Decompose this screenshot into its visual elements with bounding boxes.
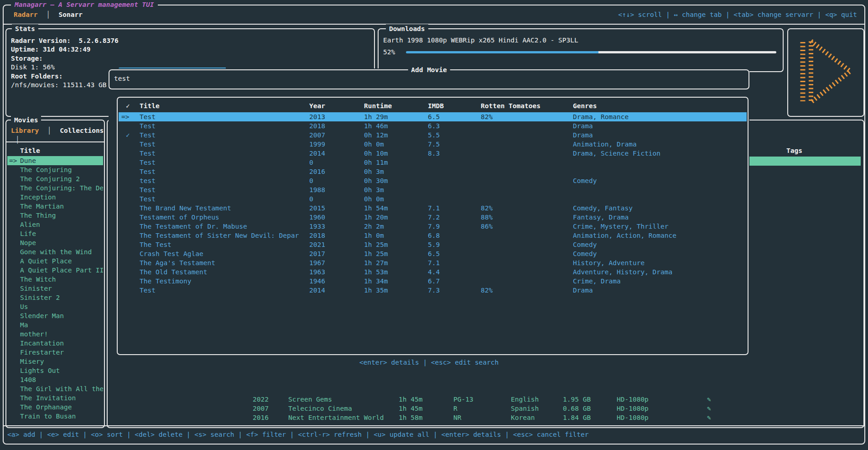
movie-title: Slender Man (20, 312, 64, 319)
detail-year: 2022 (253, 395, 269, 404)
search-result-row[interactable]: The Testament of Sister New Devil: Depar… (119, 231, 747, 240)
detail-language: Spanish (511, 404, 539, 413)
result-rotten-tomatoes: 82% (481, 204, 573, 213)
movie-list-item[interactable]: The Orphanage (7, 403, 103, 412)
detail-studio: Next Entertainment World (288, 413, 384, 422)
result-title: The Testament of Sister New Devil: Depar (140, 231, 309, 240)
tab-collections[interactable]: Collections (60, 127, 104, 134)
search-result-row[interactable]: Test00h 0m (119, 194, 747, 204)
result-year: 2018 (309, 121, 364, 131)
result-genres: Drama (573, 286, 747, 295)
movie-list-item[interactable]: Us (7, 302, 103, 311)
movie-list-item[interactable]: Slender Man (7, 311, 103, 320)
movie-list-item[interactable]: The Martian (7, 202, 103, 211)
result-marker (119, 267, 140, 277)
result-runtime: 1h 35m (364, 286, 428, 295)
movie-list-item[interactable]: Train to Busan (7, 412, 103, 421)
movie-list-item[interactable]: Incantation (7, 339, 103, 348)
movie-list-item[interactable]: The Girl with All the (7, 384, 103, 393)
movie-search-input[interactable]: Add Movie test (109, 69, 749, 89)
movie-list-item[interactable]: The Conjuring 2 (7, 174, 103, 183)
search-result-row[interactable]: Crash Test Aglae20171h 25m6.5Comedy (119, 249, 747, 258)
search-result-row[interactable]: Test20141h 35m7.382%Drama (119, 286, 747, 295)
search-result-row[interactable]: The Old Testament19631h 53m4.4Adventure,… (119, 267, 747, 277)
result-runtime: 1h 0m (364, 231, 428, 240)
result-runtime: 1h 25m (364, 249, 428, 258)
result-year: 0 (309, 176, 364, 185)
managarr-logo-icon (796, 37, 855, 106)
movie-list-item[interactable]: 1408 (7, 375, 103, 384)
movie-list-item[interactable]: Inception (7, 193, 103, 202)
stats-uptime: Uptime: 31d 04:32:49 (11, 45, 370, 54)
edit-tags-icon[interactable]: ✎ (707, 413, 711, 422)
search-result-row[interactable]: Test00h 11m (119, 158, 747, 167)
detail-size: 0.68 GB (563, 404, 591, 413)
detail-runtime: 1h 45m (399, 404, 422, 413)
result-rotten-tomatoes (481, 176, 573, 185)
movie-title: The Orphanage (20, 403, 72, 411)
result-runtime: 0h 30m (364, 176, 428, 185)
detail-certification: R (453, 404, 457, 413)
stats-storage-label: Storage: (11, 54, 370, 63)
movie-list-item[interactable]: Nope (7, 238, 103, 247)
movie-title: The Conjuring (20, 166, 72, 173)
result-imdb: 4.4 (428, 267, 481, 277)
edit-tags-icon[interactable]: ✎ (707, 395, 711, 404)
search-result-row[interactable]: Test19990h 0m7.5Animation, Drama (119, 140, 747, 149)
result-rotten-tomatoes (481, 258, 573, 267)
movie-list-item[interactable]: A Quiet Place (7, 256, 103, 266)
result-genres: Drama (573, 121, 747, 131)
movie-list-item[interactable]: =>Dune (7, 156, 103, 165)
movie-list-item[interactable]: Alien (7, 220, 103, 229)
result-year: 1933 (309, 222, 364, 231)
movie-list-item[interactable]: Ma (7, 320, 103, 330)
result-marker (119, 258, 140, 267)
tab-library[interactable]: Library (11, 127, 39, 134)
movie-title: Sinister (20, 285, 52, 292)
search-result-row[interactable]: Testament of Orpheus19601h 20m7.288%Fant… (119, 213, 747, 222)
search-result-row[interactable]: Test20160h 3m (119, 167, 747, 176)
movie-list-item[interactable]: The Thing (7, 211, 103, 220)
movie-list-item[interactable]: Gone with the Wind (7, 247, 103, 256)
edit-tags-icon[interactable]: ✎ (707, 404, 711, 413)
result-rotten-tomatoes (481, 231, 573, 240)
search-result-row[interactable]: =>Test20131h 29m6.582%Drama, Romance (119, 112, 747, 121)
search-result-row[interactable]: The Testament of Dr. Mabuse19332h 2m7.98… (119, 222, 747, 231)
movie-list-item[interactable]: Misery (7, 357, 103, 366)
movie-list-item[interactable]: Sinister (7, 284, 103, 293)
search-result-row[interactable]: Test20181h 46m6.3Drama (119, 121, 747, 131)
movie-list-item[interactable]: Lights Out (7, 366, 103, 375)
search-result-row[interactable]: ✓Test20070h 12m5.5Drama (119, 131, 747, 140)
result-imdb (428, 194, 481, 204)
search-result-row[interactable]: Test20140h 10m8.3Drama, Science Fiction (119, 149, 747, 158)
download-progress-bar (406, 51, 776, 53)
movie-list-item[interactable]: A Quiet Place Part II (7, 266, 103, 275)
result-genres: Drama, Romance (573, 112, 747, 121)
result-imdb (428, 167, 481, 176)
result-marker: => (119, 112, 140, 121)
movie-list-item[interactable]: The Invitation (7, 393, 103, 403)
result-year: 2014 (309, 286, 364, 295)
tab-sonarr[interactable]: Sonarr (59, 11, 83, 18)
movie-list-item[interactable]: Firestarter (7, 348, 103, 357)
movie-list-item[interactable]: Sinister 2 (7, 293, 103, 302)
movie-list-item[interactable]: mother! (7, 330, 103, 339)
result-genres (573, 194, 747, 204)
search-result-row[interactable]: test00h 30mComedy (119, 176, 747, 185)
search-result-row[interactable]: The Brand New Testament20151h 54m7.182%C… (119, 204, 747, 213)
result-marker (119, 204, 140, 213)
movie-list-item[interactable]: Life (7, 229, 103, 238)
result-genres: History, Adventure (573, 258, 747, 267)
movie-list-item[interactable]: The Witch (7, 275, 103, 284)
search-result-row[interactable]: The Aga's Testament19671h 27m7.1History,… (119, 258, 747, 267)
search-result-row[interactable]: The Testimony19461h 34m6.7Crime, Drama (119, 277, 747, 286)
tab-divider: │ (42, 11, 55, 18)
movie-list-item[interactable]: The Conjuring: The De (7, 183, 103, 193)
bottom-keybind-help: <a> add | <e> edit | <o> sort | <del> de… (7, 430, 589, 439)
tab-radarr[interactable]: Radarr (14, 11, 37, 18)
movie-title: The Girl with All the (20, 385, 103, 392)
movie-list-item[interactable]: The Conjuring (7, 165, 103, 174)
search-result-row[interactable]: The Test20211h 25m5.9Comedy (119, 240, 747, 249)
result-genres: Fantasy, Drama (573, 213, 747, 222)
search-result-row[interactable]: Test19880h 3m (119, 185, 747, 194)
